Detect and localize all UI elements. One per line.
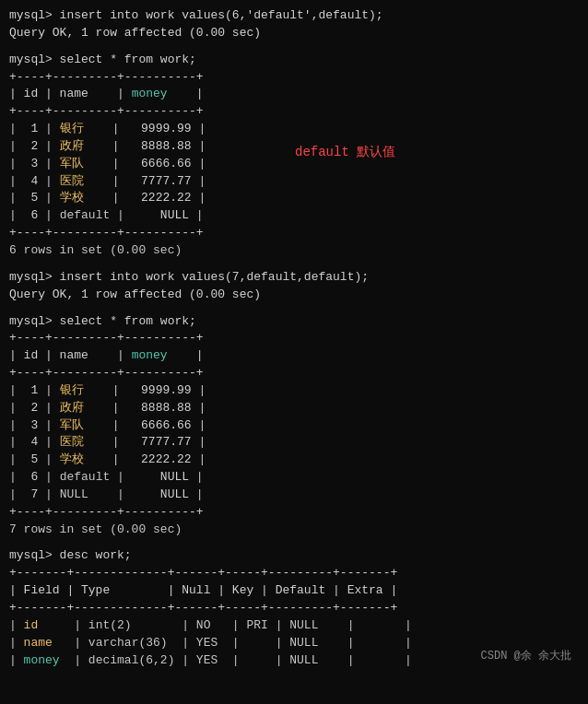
table2-border-top: +----+---------+----------+ xyxy=(9,330,579,347)
table2-border-bot: +----+---------+----------+ xyxy=(9,504,579,522)
ok-line-1: Query OK, 1 row affected (0.00 sec) xyxy=(9,25,579,42)
table2-row-6: | 6 | default | NULL | xyxy=(9,469,579,487)
prompt-1: mysql> insert into work values(6,'defaul… xyxy=(9,8,383,22)
table1-rowcount: 6 rows in set (0.00 sec) xyxy=(9,242,579,260)
table2-row-3: | 3 | 军队 | 6666.66 | xyxy=(9,417,579,435)
cmd-line-3: mysql> insert into work values(7,default… xyxy=(9,269,579,287)
table1-border-mid: +----+---------+----------+ xyxy=(9,103,579,121)
table3-header: | Field | Type | Null | Key | Default | … xyxy=(9,582,579,600)
table1-row-2: | 2 | 政府 | 8888.88 | xyxy=(9,138,579,156)
annotation-default: default 默认值 xyxy=(295,144,395,160)
cmd-line-4: mysql> select * from work; xyxy=(9,313,579,331)
table1-header: | id | name | money | xyxy=(9,86,579,103)
table2-row-1: | 1 | 银行 | 9999.99 | xyxy=(9,382,579,400)
table1-row-1: | 1 | 银行 | 9999.99 | xyxy=(9,121,579,138)
table1-border-top: +----+---------+----------+ xyxy=(9,69,579,87)
table2-row-4: | 4 | 医院 | 7777.77 | xyxy=(9,434,579,452)
cmd-line-2: mysql> select * from work; xyxy=(9,52,579,69)
ok-line-2: Query OK, 1 row affected (0.00 sec) xyxy=(9,287,579,304)
terminal-container: mysql> insert into work values(6,'defaul… xyxy=(9,7,579,669)
cmd-line-5: mysql> desc work; xyxy=(9,547,579,565)
table1-row-6: | 6 | default | NULL | xyxy=(9,207,579,225)
table3-row-id: | id | int(2) | NO | PRI | NULL | | xyxy=(9,617,579,635)
table1-row-4: | 4 | 医院 | 7777.77 | xyxy=(9,173,579,191)
table2-border-mid: +----+---------+----------+ xyxy=(9,365,579,382)
table3-border-mid: +-------+-------------+------+-----+----… xyxy=(9,600,579,617)
table2-rowcount: 7 rows in set (0.00 sec) xyxy=(9,522,579,539)
cmd-line-1: mysql> insert into work values(6,'defaul… xyxy=(9,7,579,25)
table2-row-5: | 5 | 学校 | 2222.22 | xyxy=(9,452,579,469)
table2-row-2: | 2 | 政府 | 8888.88 | xyxy=(9,400,579,417)
table1-row-5: | 5 | 学校 | 2222.22 | xyxy=(9,190,579,207)
table1-border-bot: +----+---------+----------+ xyxy=(9,225,579,242)
table1-row-3: | 3 | 军队 | 6666.66 | xyxy=(9,156,579,173)
ok-text-1: Query OK, 1 row affected (0.00 sec) xyxy=(9,26,261,40)
csdn-watermark: CSDN @余 余大批 xyxy=(481,648,571,663)
table2-header: | id | name | money | xyxy=(9,347,579,365)
table3-border-top: +-------+-------------+------+-----+----… xyxy=(9,565,579,582)
table2-row-7: | 7 | NULL | NULL | xyxy=(9,487,579,504)
prompt-2: mysql> select * from work; xyxy=(9,53,196,66)
